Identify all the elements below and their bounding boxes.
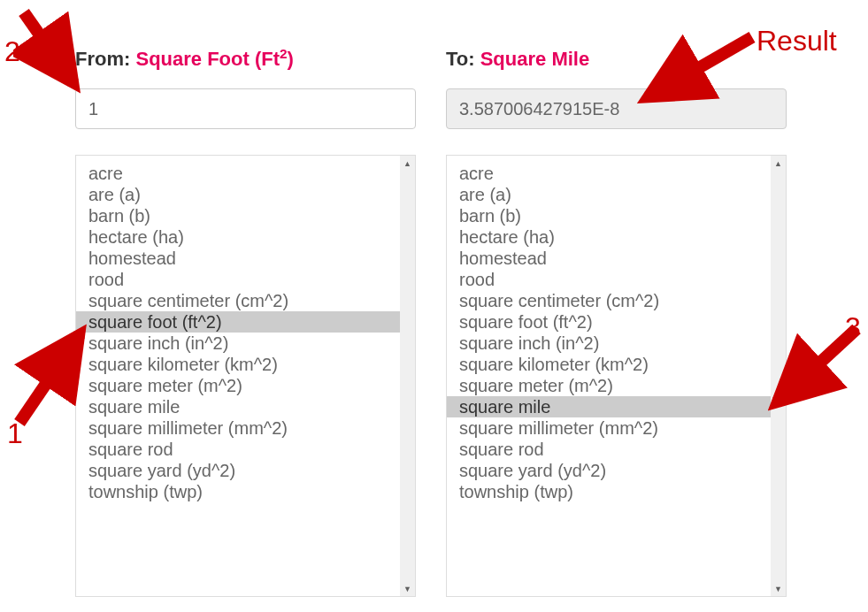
unit-option[interactable]: homestead	[76, 248, 400, 269]
svg-line-3	[777, 329, 856, 402]
unit-option[interactable]: square rod	[447, 439, 771, 460]
to-label: To: Square Mile	[446, 48, 589, 71]
unit-option[interactable]: hectare (ha)	[76, 226, 400, 248]
unit-option[interactable]: rood	[447, 269, 771, 290]
from-unit-listbox[interactable]: acreare (a)barn (b)hectare (ha)homestead…	[75, 155, 416, 597]
unit-option[interactable]: square yard (yd^2)	[76, 460, 400, 481]
annotation-result: Result	[757, 25, 837, 57]
scroll-down-icon[interactable]: ▼	[771, 581, 786, 596]
unit-option[interactable]: square rod	[76, 439, 400, 460]
unit-option[interactable]: square centimeter (cm^2)	[76, 290, 400, 311]
unit-option[interactable]: acre	[447, 163, 771, 184]
from-scrollbar[interactable]: ▲ ▼	[400, 156, 415, 596]
svg-line-0	[24, 12, 73, 83]
unit-option[interactable]: square meter (m^2)	[447, 375, 771, 396]
to-unit-name: Square Mile	[480, 48, 589, 70]
scroll-up-icon[interactable]: ▲	[771, 156, 786, 171]
unit-option[interactable]: barn (b)	[447, 205, 771, 226]
unit-option[interactable]: square inch (in^2)	[76, 333, 400, 354]
unit-option[interactable]: square centimeter (cm^2)	[447, 290, 771, 311]
unit-option[interactable]: square foot (ft^2)	[447, 311, 771, 333]
unit-option[interactable]: homestead	[447, 248, 771, 269]
unit-option[interactable]: square meter (m^2)	[76, 375, 400, 396]
unit-option[interactable]: square mile	[447, 396, 771, 417]
to-label-prefix: To:	[446, 48, 480, 70]
to-unit-listbox[interactable]: acreare (a)barn (b)hectare (ha)homestead…	[446, 155, 787, 597]
to-value-text: 3.587006427915E-8	[459, 99, 619, 119]
from-label: From: Square Foot (Ft2)	[75, 48, 294, 71]
unit-option[interactable]: square mile	[76, 396, 400, 417]
unit-option[interactable]: square kilometer (km^2)	[76, 354, 400, 375]
unit-option[interactable]: square millimeter (mm^2)	[447, 417, 771, 439]
unit-option[interactable]: square kilometer (km^2)	[447, 354, 771, 375]
svg-line-1	[19, 334, 80, 423]
unit-option[interactable]: square foot (ft^2)	[76, 311, 400, 333]
unit-option[interactable]: square millimeter (mm^2)	[76, 417, 400, 439]
arrow-2-icon	[13, 5, 88, 98]
scroll-up-icon[interactable]: ▲	[400, 156, 415, 171]
from-value-input[interactable]: 1	[75, 88, 416, 129]
scroll-down-icon[interactable]: ▼	[400, 581, 415, 596]
svg-line-2	[648, 37, 752, 97]
unit-option[interactable]: are (a)	[76, 184, 400, 205]
unit-option[interactable]: square inch (in^2)	[447, 333, 771, 354]
unit-option[interactable]: acre	[76, 163, 400, 184]
arrow-3-icon	[761, 318, 867, 420]
unit-option[interactable]: are (a)	[447, 184, 771, 205]
from-value-text: 1	[88, 99, 98, 119]
unit-option[interactable]: barn (b)	[76, 205, 400, 226]
unit-option[interactable]: township (twp)	[447, 481, 771, 502]
unit-option[interactable]: square yard (yd^2)	[447, 460, 771, 481]
unit-option[interactable]: hectare (ha)	[447, 226, 771, 248]
from-unit-name: Square Foot (Ft2)	[135, 48, 293, 70]
arrow-result-icon	[628, 27, 765, 115]
arrow-1-icon	[9, 318, 97, 433]
unit-option[interactable]: township (twp)	[76, 481, 400, 502]
unit-option[interactable]: rood	[76, 269, 400, 290]
